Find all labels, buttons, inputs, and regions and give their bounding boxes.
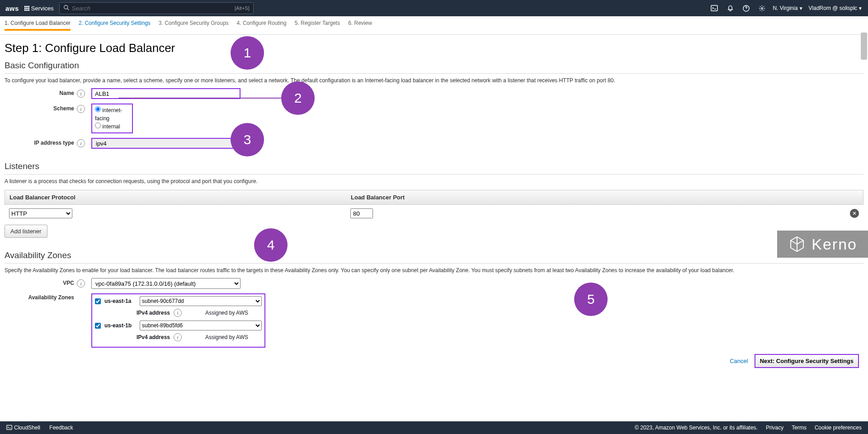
page-title: Step 1: Configure Load Balancer	[5, 41, 863, 55]
wizard-step-4[interactable]: 4. Configure Routing	[237, 20, 287, 31]
az-box: us-east-1a subnet-90c677dd IPv4 address …	[91, 293, 265, 348]
basic-heading: Basic Configuration	[5, 61, 863, 74]
region-selector[interactable]: N. Virginia▼	[773, 5, 803, 11]
notifications-icon[interactable]	[725, 5, 736, 12]
annotation-4: 4	[254, 228, 288, 262]
cancel-link[interactable]: Cancel	[730, 358, 748, 364]
listener-row: HTTP ✕	[5, 205, 863, 222]
wizard-step-6[interactable]: 6. Review	[348, 20, 372, 31]
az2-subnet-select[interactable]: subnet-89bd5fd6	[140, 321, 262, 330]
scrollbar[interactable]	[861, 33, 867, 60]
services-grid-icon	[24, 6, 29, 11]
cloudshell-icon[interactable]	[709, 5, 720, 12]
annotation-2: 2	[281, 81, 315, 115]
az1-subnet-select[interactable]: subnet-90c677dd	[140, 296, 262, 306]
info-icon[interactable]: i	[77, 105, 85, 113]
aws-top-nav: aws Services [Alt+S] N. Virginia▼ VladRo…	[0, 0, 868, 16]
annotation-3: 3	[231, 123, 264, 156]
az-label: Availability Zones	[5, 293, 77, 301]
search-box[interactable]: [Alt+S]	[59, 2, 254, 14]
vpc-label: VPC	[5, 278, 77, 286]
next-button[interactable]: Next: Configure Security Settings	[755, 354, 859, 368]
listener-table-header: Load Balancer Protocol Load Balancer Por…	[5, 190, 863, 205]
info-icon[interactable]: i	[77, 90, 85, 98]
info-icon[interactable]: i	[77, 139, 85, 147]
ip-type-select[interactable]: ipv4	[91, 138, 241, 149]
info-icon[interactable]: i	[77, 279, 85, 288]
vpc-select[interactable]: vpc-0fa89a75 (172.31.0.0/16) (default)	[91, 278, 241, 289]
watermark: Kerno	[777, 231, 868, 258]
add-listener-button[interactable]: Add listener	[5, 225, 47, 238]
ip-type-label: IP address type	[5, 138, 77, 146]
settings-icon[interactable]	[757, 5, 767, 12]
az2-ip-label: IPv4 address	[137, 334, 170, 340]
action-bar: Cancel Next: Configure Security Settings	[5, 348, 863, 374]
az1-ip-value: Assigned by AWS	[205, 310, 248, 316]
annotation-line	[118, 98, 281, 99]
az1-ip-label: IPv4 address	[137, 310, 170, 316]
scheme-internal[interactable]: internal	[95, 123, 129, 131]
svg-line-1	[67, 9, 69, 10]
az1-checkbox[interactable]	[95, 298, 101, 304]
wizard-step-3[interactable]: 3. Configure Security Groups	[159, 20, 229, 31]
col-port: Load Balancer Port	[351, 194, 405, 201]
svg-point-4	[761, 7, 763, 9]
port-input[interactable]	[350, 208, 373, 218]
account-menu[interactable]: VladRom @ solisplc▼	[809, 5, 863, 11]
listeners-desc: A listener is a process that checks for …	[5, 178, 863, 184]
page-body: Step 1: Configure Load Balancer Basic Co…	[0, 35, 868, 374]
listeners-heading: Listeners	[5, 161, 863, 175]
search-icon	[63, 5, 69, 12]
az2-name: us-east-1b	[104, 322, 136, 329]
protocol-select[interactable]: HTTP	[9, 208, 72, 218]
svg-point-0	[64, 5, 67, 9]
services-label: Services	[31, 5, 54, 12]
annotation-5: 5	[574, 283, 608, 316]
az2-checkbox[interactable]	[95, 323, 101, 329]
services-menu[interactable]: Services	[24, 5, 54, 12]
wizard-steps: 1. Configure Load Balancer 2. Configure …	[0, 16, 868, 35]
az2-ip-value: Assigned by AWS	[205, 334, 248, 340]
az-desc: Specify the Availability Zones to enable…	[5, 267, 863, 274]
svg-rect-2	[711, 5, 717, 11]
scheme-internet-facing[interactable]: internet-facing	[95, 106, 129, 123]
scheme-radios: internet-facing internal	[91, 104, 133, 133]
remove-listener-icon[interactable]: ✕	[850, 209, 859, 218]
search-input[interactable]	[72, 5, 232, 12]
basic-desc: To configure your load balancer, provide…	[5, 77, 863, 84]
col-protocol: Load Balancer Protocol	[9, 194, 351, 201]
az1-name: us-east-1a	[104, 298, 136, 304]
aws-logo[interactable]: aws	[5, 5, 19, 12]
help-icon[interactable]	[741, 5, 751, 12]
annotation-1: 1	[231, 36, 264, 70]
info-icon[interactable]: i	[174, 309, 182, 317]
info-icon[interactable]: i	[174, 333, 182, 341]
wizard-step-2[interactable]: 2. Configure Security Settings	[79, 20, 151, 31]
scheme-label: Scheme	[5, 104, 77, 112]
wizard-step-5[interactable]: 5. Register Targets	[295, 20, 340, 31]
az-heading: Availability Zones	[5, 250, 863, 264]
search-shortcut: [Alt+S]	[235, 5, 250, 11]
wizard-step-1[interactable]: 1. Configure Load Balancer	[5, 20, 71, 31]
name-label: Name	[5, 88, 77, 96]
